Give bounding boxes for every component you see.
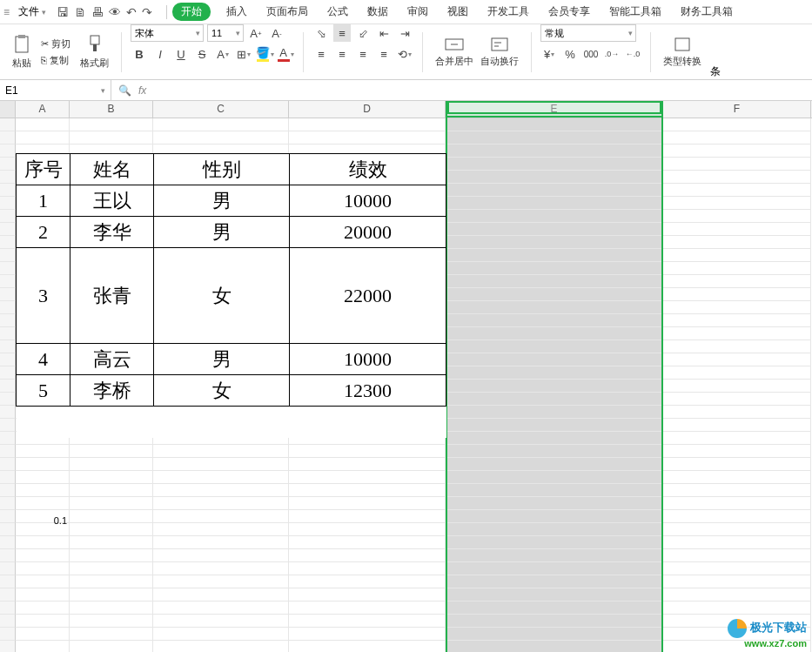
file-menu[interactable]: 文件 ▾	[13, 3, 51, 21]
cell[interactable]	[446, 327, 663, 340]
cell[interactable]	[153, 536, 289, 549]
name-box-input[interactable]	[5, 84, 75, 97]
cell[interactable]	[289, 523, 446, 536]
cell[interactable]	[663, 497, 811, 510]
cell[interactable]	[663, 210, 811, 223]
cell[interactable]	[663, 549, 811, 562]
indent-dec-button[interactable]: ⇤	[375, 24, 393, 42]
cell[interactable]	[153, 575, 289, 588]
cell[interactable]	[289, 497, 446, 510]
cell[interactable]	[663, 602, 811, 615]
cell[interactable]	[16, 562, 70, 575]
cell[interactable]	[70, 471, 153, 484]
header-name[interactable]: 姓名	[70, 154, 154, 185]
cell[interactable]	[446, 588, 663, 602]
cell[interactable]	[16, 471, 70, 484]
cell[interactable]	[70, 484, 153, 497]
cell[interactable]	[70, 536, 153, 549]
copy-button[interactable]: ⎘复制	[38, 53, 73, 68]
format-painter-button[interactable]: 格式刷	[77, 32, 112, 71]
cell[interactable]	[16, 497, 70, 510]
cell[interactable]	[153, 641, 289, 652]
row-header[interactable]	[0, 510, 16, 523]
cell-name[interactable]: 王以	[70, 185, 154, 217]
row-header[interactable]	[0, 497, 16, 510]
row-header[interactable]	[0, 432, 16, 445]
cell[interactable]	[446, 536, 663, 549]
align-right-button[interactable]: ≡	[354, 45, 372, 63]
row-header[interactable]	[0, 615, 16, 628]
cell[interactable]	[70, 641, 153, 652]
row-header[interactable]	[0, 458, 16, 471]
cell[interactable]	[446, 562, 663, 575]
cell[interactable]	[663, 445, 811, 458]
cell[interactable]	[663, 419, 811, 432]
cell[interactable]	[289, 575, 446, 588]
row-header[interactable]	[0, 366, 16, 380]
cell[interactable]	[16, 549, 70, 562]
font-color-button[interactable]: A	[277, 45, 294, 63]
cell[interactable]	[446, 197, 663, 210]
cell[interactable]	[153, 131, 289, 145]
borders-button[interactable]: ⊞	[235, 45, 252, 63]
merge-center-button[interactable]: 合并居中	[432, 34, 477, 70]
cell[interactable]	[663, 249, 811, 262]
cell[interactable]	[663, 406, 811, 419]
cell[interactable]	[153, 615, 289, 628]
row-header[interactable]	[0, 340, 16, 353]
cell[interactable]	[446, 641, 663, 652]
cell-score[interactable]: 10000	[290, 344, 446, 375]
row-header[interactable]	[0, 210, 16, 223]
cell[interactable]	[446, 249, 663, 262]
cell[interactable]	[663, 536, 811, 549]
cell-name[interactable]: 李华	[70, 217, 154, 248]
cell[interactable]	[153, 458, 289, 471]
cell[interactable]	[663, 131, 811, 145]
cell[interactable]	[663, 262, 811, 275]
cell[interactable]	[16, 602, 70, 615]
cell[interactable]	[70, 445, 153, 458]
col-header-F[interactable]: F	[663, 101, 811, 118]
row-header[interactable]	[0, 118, 16, 131]
row-header[interactable]	[0, 549, 16, 562]
bold-button[interactable]: B	[131, 45, 148, 63]
align-left-button[interactable]: ≡	[312, 45, 330, 63]
cell[interactable]	[289, 588, 446, 602]
cell[interactable]	[153, 118, 289, 131]
cell[interactable]	[663, 510, 811, 523]
row-header[interactable]	[0, 536, 16, 549]
cell[interactable]	[446, 393, 663, 406]
cell[interactable]	[16, 615, 70, 628]
align-justify-button[interactable]: ≡	[375, 45, 393, 63]
cell[interactable]	[153, 445, 289, 458]
align-bottom-button[interactable]: ⬃	[354, 24, 372, 42]
cell[interactable]	[446, 262, 663, 275]
row-header[interactable]	[0, 406, 16, 419]
cell[interactable]	[446, 184, 663, 197]
align-center-button[interactable]: ≡	[333, 45, 351, 63]
cell[interactable]	[446, 145, 663, 158]
row-header[interactable]	[0, 314, 16, 327]
search-icon[interactable]: 🔍	[118, 84, 131, 97]
cell[interactable]	[663, 340, 811, 353]
row-header[interactable]	[0, 628, 16, 641]
cell-name[interactable]: 李桥	[70, 375, 154, 407]
row-header[interactable]	[0, 575, 16, 588]
cell[interactable]	[663, 275, 811, 288]
cell[interactable]	[446, 236, 663, 249]
cell[interactable]	[16, 641, 70, 652]
row-header[interactable]	[0, 393, 16, 406]
cell-score[interactable]: 12300	[290, 375, 446, 407]
cell[interactable]	[446, 223, 663, 236]
header-gender[interactable]: 性别	[154, 154, 290, 185]
header-seq[interactable]: 序号	[17, 154, 70, 185]
cell[interactable]	[446, 171, 663, 184]
cell[interactable]	[446, 353, 663, 366]
select-all-corner[interactable]	[0, 101, 16, 118]
cell-gender[interactable]: 男	[154, 217, 290, 248]
row-header[interactable]	[0, 275, 16, 288]
cell-seq[interactable]: 2	[17, 217, 70, 248]
row-header[interactable]	[0, 419, 16, 432]
cell[interactable]	[289, 131, 446, 145]
cell[interactable]	[446, 615, 663, 628]
